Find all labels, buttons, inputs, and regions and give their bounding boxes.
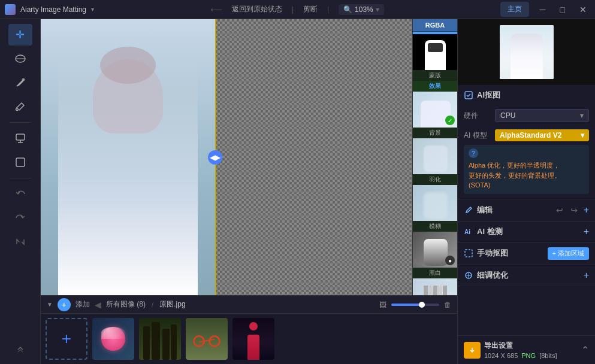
shape-tool-button[interactable] [8,151,32,173]
ai-detect-header[interactable]: Ai AI 检测 + [458,222,595,242]
maximize-button[interactable]: □ [557,4,569,16]
pen-tool-button[interactable] [8,72,32,93]
preview-content [500,25,554,79]
undo-btn[interactable]: ↩ [554,204,566,216]
info-line1: Alpha 优化，更好的半透明度， [469,162,560,169]
close-button[interactable]: ✕ [576,4,590,16]
add-image-button[interactable]: + [58,298,71,311]
hardware-arrow: ▾ [580,111,584,120]
thumb-3[interactable] [186,318,228,360]
bg-label: 背景 [413,128,457,138]
export-expand-icon[interactable]: ⌃ [581,344,589,356]
matted-side [215,19,412,295]
stamp-tool-button[interactable] [8,128,32,149]
tool-divider-2 [10,178,31,178]
effect-bw[interactable]: ● 黑白 [413,232,457,278]
bw-label: 黑白 [413,268,457,278]
app-logo [5,4,16,15]
split-handle[interactable]: ◀▶ [208,150,222,165]
refine-header[interactable]: 细调优化 + [458,265,595,286]
current-file: 原图.jpg [159,299,185,310]
svg-rect-6 [16,158,25,166]
svg-text:Ai: Ai [464,229,470,235]
zoom-control[interactable]: 🔍 103% ▾ [339,4,384,15]
undo-button[interactable] [8,183,32,205]
export-title: 导出设置 [484,341,578,351]
thumb-1[interactable] [92,318,134,360]
effect-bg[interactable]: ✓ 背景 [413,92,457,138]
manual-matting-header[interactable]: 手动抠图 + 添加区域 [458,242,595,265]
minimize-button[interactable]: ─ [536,4,549,16]
bride-figure [58,19,198,295]
effect-feather[interactable]: 羽化 [413,138,457,185]
ai-detect-title: AI 检测 [477,226,580,237]
main-container: ✛ [0,19,595,364]
editing-header[interactable]: 编辑 ↩ ↩ + [458,199,595,221]
rgba-tab[interactable]: RGBA [413,19,457,32]
move-tool-button[interactable]: ✛ [8,24,32,46]
title-bar-center: ⟵ 返回到原始状态 | 剪断 | 🔍 103% ▾ [210,4,384,15]
title-dropdown-arrow[interactable]: ▾ [91,6,94,13]
home-button[interactable]: 主页 [500,2,529,17]
separator-icon: ⟵ [210,5,222,14]
redo-btn[interactable]: ↩ [568,204,580,216]
undo-redo-group: ↩ ↩ [554,204,580,216]
delete-button[interactable]: 🗑 [444,301,451,309]
path-sep: / [152,301,153,309]
strip-toolbar: ▼ + 添加 ◀ 所有图像 (8) / 原图.jpg 🖼 🗑 [41,296,457,314]
cut-label[interactable]: 剪断 [303,4,318,14]
brush-tool-button[interactable] [8,96,32,117]
help-row: ? [469,148,584,158]
effect-blur[interactable]: 模糊 [413,185,457,232]
ai-detect-section: Ai AI 检测 + [458,222,595,242]
divider2: | [327,5,329,14]
ai-detect-add[interactable]: + [584,226,589,237]
ai-detect-icon: Ai [464,227,473,236]
add-region-button[interactable]: + 添加区域 [548,247,589,260]
export-row: 导出设置 1024 X 685 PNG [8bits] ⌃ [464,341,589,359]
bw-toggle: ● [445,256,455,265]
effect-pixel[interactable]: ✓ 像素化 [413,278,457,295]
title-bar-left: Aiarty Image Matting ▾ [5,4,94,15]
nav-back-icon[interactable]: ◀ [95,300,101,310]
restore-label[interactable]: 返回到原始状态 [232,4,282,14]
canvas-view[interactable]: ◀▶ [41,19,412,295]
thumb-2[interactable] [139,318,181,360]
add-large-button[interactable]: + [46,318,87,360]
model-arrow: ▾ [581,131,584,139]
redo-button[interactable] [8,207,32,229]
info-line2: 更好的头发，更好的背景处理。 [469,172,561,179]
export-footer: 导出设置 1024 X 685 PNG [8bits] ⌃ [458,335,595,364]
thumb-4[interactable] [232,318,274,360]
expand-button[interactable] [8,338,32,359]
eraser-tool-button[interactable] [8,48,32,69]
right-panel: AI抠图 硬件 CPU ▾ AI 模型 AlphaStandard V2 ▾ [457,19,595,364]
ai-matting-title: AI抠图 [477,90,589,101]
tool-divider [10,122,31,123]
export-bits: [8bits] [539,352,557,359]
manual-matting-section: 手动抠图 + 添加区域 [458,242,595,265]
export-resolution: 1024 X 685 [484,352,518,359]
editing-title: 编辑 [477,205,550,216]
effects-header: 效果 [413,81,457,92]
zoom-value: 103% [355,5,373,14]
hardware-select[interactable]: CPU ▾ [495,109,589,122]
slider-thumb[interactable] [419,302,425,308]
divider1: | [292,5,294,14]
effect-mask[interactable]: 蒙版 [413,34,457,81]
editing-add-icon[interactable]: + [584,205,589,216]
all-images-path[interactable]: 所有图像 (8) [106,299,146,310]
effects-panel: RGBA 蒙版 效果 [412,19,457,295]
help-icon[interactable]: ? [469,148,478,158]
zoom-arrow: ▾ [376,5,379,14]
app-title: Aiarty Image Matting [20,5,86,14]
size-slider[interactable] [391,304,439,306]
ai-model-select[interactable]: AlphaStandard V2 ▾ [495,129,589,141]
hardware-row: 硬件 CPU ▾ [458,105,595,126]
ai-matting-icon [464,90,473,100]
ai-matting-header[interactable]: AI抠图 [458,85,595,105]
refine-add[interactable]: + [584,270,589,281]
expand-strip[interactable]: ▼ [47,301,53,308]
flip-button[interactable] [8,231,32,253]
title-bar: Aiarty Image Matting ▾ ⟵ 返回到原始状态 | 剪断 | … [0,0,595,19]
